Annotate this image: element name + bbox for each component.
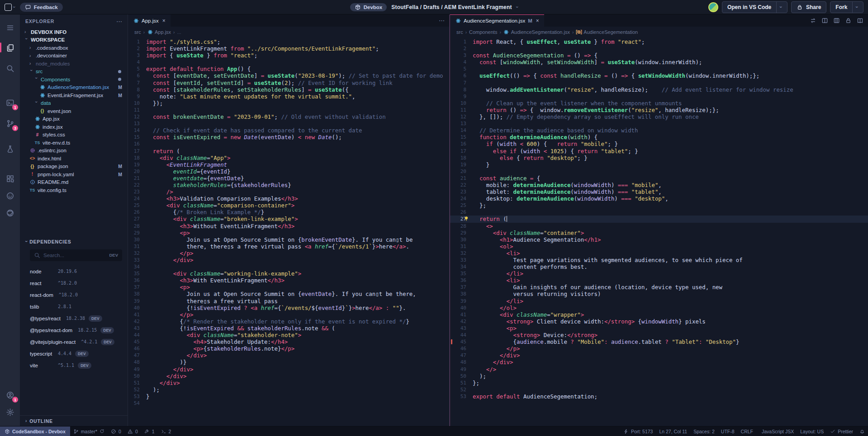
breadcrumb-item[interactable]: src (134, 29, 141, 35)
dev-filter-toggle[interactable]: DEV (109, 253, 118, 258)
breadcrumb-item[interactable]: ... (177, 29, 181, 35)
workspace-menu-button[interactable]: › (5, 4, 15, 11)
code-editor[interactable]: 1import React, { useEffect, useState } f… (450, 38, 868, 426)
dependency-react[interactable]: react^18.2.0 (20, 277, 128, 289)
breadcrumb[interactable]: StoutFella / Drafts / AEM EventLink Frag… (391, 4, 512, 10)
dependency-search-input[interactable]: Search... DEV (30, 249, 122, 261)
live-session-icon[interactable]: 1 (3, 388, 17, 402)
tree-item-styles-css[interactable]: #styles.css (20, 131, 128, 139)
dependency-tslib[interactable]: tslib2.8.1 (20, 301, 128, 313)
code-line: 20 eventId={eventId} (128, 168, 449, 175)
dependency-react-dom[interactable]: react-dom^18.2.0 (20, 289, 128, 301)
dependency-vite[interactable]: vite^5.1.1DEV (20, 360, 128, 371)
split-editor-icon[interactable] (821, 17, 828, 24)
menu-icon[interactable] (3, 21, 17, 34)
open-in-vscode-button[interactable]: Open in VS Code › (722, 1, 787, 13)
tree-item-index-html[interactable]: <>index.html (20, 155, 128, 163)
github-icon[interactable] (3, 206, 17, 220)
lock-editor-icon[interactable] (845, 17, 852, 24)
feedback-button[interactable]: Feedback (20, 3, 63, 12)
tree-item-components[interactable]: ›Components (20, 75, 128, 84)
search-icon[interactable] (3, 61, 17, 75)
breadcrumb-item[interactable]: src (456, 29, 463, 35)
tree-item--eslintrc-json[interactable]: .eslintrc.json (20, 147, 128, 155)
problem-marker (451, 339, 452, 344)
breadcrumb-item[interactable]: AudienceSegmentation.jsx (503, 29, 570, 35)
tree-item-eventlinkfragement-jsx[interactable]: EventLinkFragement.jsxM (20, 91, 128, 99)
source-control-icon[interactable]: 3 (3, 117, 17, 130)
dependency--types-react-dom[interactable]: @types/react-dom18.2.15DEV (20, 324, 128, 336)
compare-changes-icon[interactable] (810, 17, 816, 24)
tab-audiencesegmentation-jsx[interactable]: AudienceSegmentation.jsxM× (450, 14, 544, 27)
tree-item-devbox-info[interactable]: ›DEVBOX INFO (20, 28, 128, 36)
eol[interactable]: CRLF (738, 427, 756, 436)
tasks-count[interactable]: 1 (141, 427, 158, 436)
line-number: 28 (128, 223, 146, 230)
tree-item-vite-env-d-ts[interactable]: TSvite-env.d.ts (20, 139, 128, 147)
project-chevron-down-icon[interactable]: › (515, 6, 520, 8)
formatter[interactable]: Prettier (827, 427, 856, 436)
tree-item-readme-md[interactable]: README.md (20, 178, 128, 187)
breadcrumb-item[interactable]: [⧉]AudienceSegementation (576, 29, 638, 35)
breadcrumb[interactable]: src›App.jsx›... (128, 27, 449, 38)
tab-app-jsx[interactable]: App.jsx× (128, 14, 171, 27)
dependency-node[interactable]: node20.19.6 (20, 266, 128, 277)
close-tab-icon[interactable]: × (536, 18, 539, 24)
tree-item-index-jsx[interactable]: index.jsx (20, 123, 128, 131)
language-mode[interactable]: JavaScript JSX (756, 427, 797, 436)
fork-dropdown[interactable]: › (852, 2, 858, 13)
tree-item-data[interactable]: ›data (20, 99, 128, 108)
dependency--types-react[interactable]: @types/react18.2.38DEV (20, 313, 128, 324)
tree-item-app-jsx[interactable]: App.jsx (20, 115, 128, 123)
explorer-more-icon[interactable]: ⋯ (116, 18, 122, 25)
outline-section[interactable]: › OUTLINE (20, 415, 128, 426)
tree-item-audiencesegmentation-jsx[interactable]: AudienceSegmentation.jsxM (20, 84, 128, 92)
layout[interactable]: Layout: US (797, 427, 827, 436)
tree-item--devcontainer[interactable]: ›.devcontainer (20, 52, 128, 60)
breadcrumb[interactable]: src›Components›AudienceSegmentation.jsx›… (450, 27, 868, 38)
tree-item-package-json[interactable]: {}package.jsonM (20, 163, 128, 171)
docker-icon[interactable] (3, 189, 17, 202)
indentation[interactable]: Spaces: 2 (690, 427, 718, 436)
line-number: 9 (128, 93, 146, 100)
git-branch-status[interactable]: master* (70, 427, 108, 436)
fork-button[interactable]: Fork › (830, 1, 863, 13)
files-icon[interactable] (3, 41, 17, 54)
code-editor[interactable]: 1import "./styles.css";2import EventLink… (128, 38, 449, 426)
close-tab-icon[interactable]: × (162, 18, 166, 24)
dependency-typescript[interactable]: typescript4.4.4DEV (20, 348, 128, 360)
open-docs-icon[interactable] (857, 17, 863, 24)
code-line: 33 Test page variations with segmented a… (450, 257, 868, 263)
breadcrumb-item[interactable]: Components (469, 29, 497, 35)
tree-item--codesandbox[interactable]: ›.codesandbox (20, 44, 128, 52)
warnings-count[interactable]: 0 (124, 427, 141, 436)
lightbulb-icon[interactable] (464, 216, 469, 221)
errors-count[interactable]: 0 (108, 427, 124, 436)
chevron-down-icon[interactable]: › (24, 240, 29, 242)
tree-item-pnpm-lock-yaml[interactable]: !pnpm-lock.yamlM (20, 170, 128, 178)
terminal-icon[interactable]: 1 (3, 96, 17, 109)
devbox-badge[interactable]: Devbox (350, 3, 387, 11)
tree-item-src[interactable]: ›src (20, 68, 128, 76)
tree-item-vite-config-ts[interactable]: TSvite.config.ts (20, 186, 128, 194)
pane-more-actions-icon[interactable]: ⋯ (439, 17, 445, 24)
encoding[interactable]: UTF-8 (718, 427, 738, 436)
remote-indicator[interactable]: CodeSandbox - Devbox (0, 427, 70, 436)
share-button[interactable]: Share (791, 1, 826, 13)
layout-columns-icon[interactable] (833, 17, 840, 24)
extensions-icon[interactable] (3, 172, 17, 185)
tree-item-node-modules[interactable]: ›node_modules (20, 60, 128, 68)
port-status[interactable]: Port: 5173 (620, 427, 656, 436)
dependency--vitejs-plugin-react[interactable]: @vitejs/plugin-react^4.2.1DEV (20, 336, 128, 348)
terminals-count[interactable]: 2 (158, 427, 175, 436)
open-in-vscode-dropdown[interactable]: › (776, 2, 782, 13)
tree-item-event-json[interactable]: {}event.json (20, 107, 128, 115)
notifications-bell[interactable] (856, 427, 868, 436)
code-line: 21 const audience = { (450, 175, 868, 182)
tree-item-workspace[interactable]: ›WORKSPACE (20, 36, 128, 44)
cursor-position[interactable]: Ln 27, Col 11 (656, 427, 690, 436)
breadcrumb-item[interactable]: App.jsx (147, 29, 171, 35)
devtools-icon[interactable] (3, 142, 17, 155)
settings-gear-icon[interactable] (3, 405, 17, 419)
avatar[interactable] (708, 2, 718, 12)
